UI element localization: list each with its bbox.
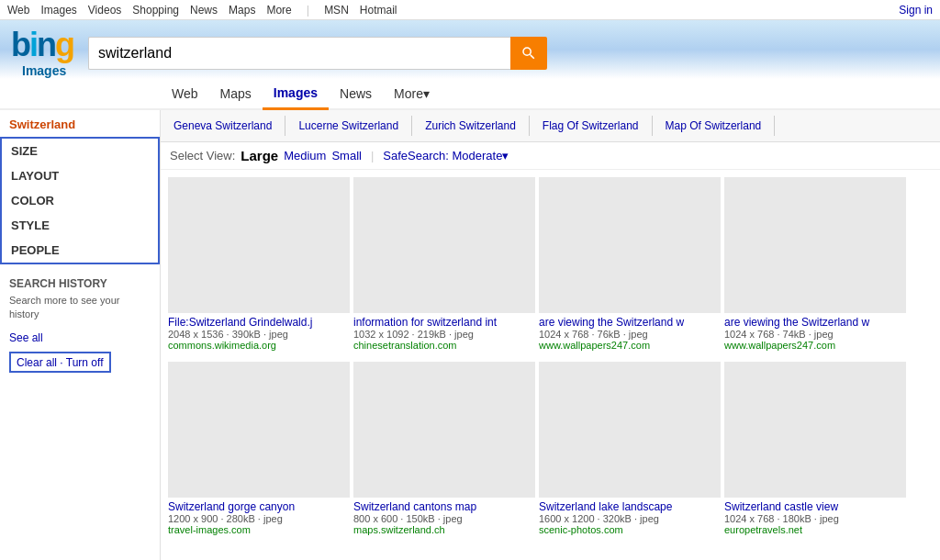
logo-letter-b: b bbox=[11, 26, 29, 63]
image-card-5[interactable]: Switzerland cantons map 800 x 600 · 150k… bbox=[353, 362, 535, 535]
image-title-3: are viewing the Switzerland w bbox=[724, 316, 906, 329]
image-title-7: Switzerland castle view bbox=[724, 500, 906, 513]
logo-letter-g: g bbox=[55, 26, 73, 63]
images-label: Images bbox=[11, 62, 66, 78]
image-thumbnail-2 bbox=[539, 177, 721, 313]
filter-layout[interactable]: LAYOUT bbox=[2, 163, 158, 188]
top-nav-links: Web Images Videos Shopping News Maps Mor… bbox=[7, 3, 397, 17]
topnav-maps[interactable]: Maps bbox=[229, 4, 255, 17]
filter-people[interactable]: PEOPLE bbox=[2, 238, 158, 263]
image-source-2: www.wallpapers247.com bbox=[539, 340, 721, 351]
topnav-msn[interactable]: MSN bbox=[324, 4, 349, 17]
search-history-desc: Search more to see your history bbox=[9, 294, 151, 322]
safesearch-link[interactable]: SafeSearch: Moderate▾ bbox=[383, 149, 509, 162]
image-meta-7: 1024 x 768 · 180kB · jpeg bbox=[724, 513, 906, 524]
image-meta-4: 1200 x 900 · 280kB · jpeg bbox=[168, 513, 350, 524]
image-title-6: Switzerland lake landscape bbox=[539, 500, 721, 513]
image-meta-1: 1032 x 1092 · 219kB · jpeg bbox=[353, 329, 535, 340]
view-medium[interactable]: Medium bbox=[284, 149, 326, 162]
second-nav: Web Maps Images News More▾ bbox=[0, 79, 940, 110]
image-meta-3: 1024 x 768 · 74kB · jpeg bbox=[724, 329, 906, 340]
search-icon bbox=[520, 45, 537, 62]
view-label: Select View: bbox=[170, 149, 235, 162]
image-card-6[interactable]: Switzerland lake landscape 1600 x 1200 ·… bbox=[539, 362, 721, 535]
image-thumbnail-4 bbox=[168, 362, 350, 498]
image-card-1[interactable]: information for switzerland int 1032 x 1… bbox=[353, 177, 535, 351]
related-geneva[interactable]: Geneva Switzerland bbox=[170, 116, 285, 136]
related-flag[interactable]: Flag Of Switzerland bbox=[530, 116, 653, 136]
related-zurich[interactable]: Zurich Switzerland bbox=[412, 116, 530, 136]
image-grid: File:Switzerland Grindelwald.j 2048 x 15… bbox=[161, 170, 940, 550]
related-lucerne[interactable]: Lucerne Switzerland bbox=[285, 116, 412, 136]
secondnav-maps[interactable]: Maps bbox=[209, 79, 263, 108]
content-pane: Geneva Switzerland Lucerne Switzerland Z… bbox=[161, 110, 940, 560]
image-source-5: maps.switzerland.ch bbox=[353, 524, 535, 535]
logo-letter-i: i bbox=[29, 26, 37, 63]
sidebar-search-term[interactable]: Switzerland bbox=[0, 110, 160, 137]
image-title-0: File:Switzerland Grindelwald.j bbox=[168, 316, 350, 329]
view-small[interactable]: Small bbox=[331, 149, 362, 162]
image-source-4: travel-images.com bbox=[168, 524, 350, 535]
secondnav-more[interactable]: More▾ bbox=[383, 79, 441, 108]
image-meta-0: 2048 x 1536 · 390kB · jpeg bbox=[168, 329, 350, 340]
related-map[interactable]: Map Of Switzerland bbox=[653, 116, 776, 136]
secondnav-images[interactable]: Images bbox=[263, 78, 329, 110]
image-title-2: are viewing the Switzerland w bbox=[539, 316, 721, 329]
sidebar: Switzerland SIZE LAYOUT COLOR STYLE PEOP… bbox=[0, 110, 161, 560]
image-title-1: information for switzerland int bbox=[353, 316, 535, 329]
filter-style[interactable]: STYLE bbox=[2, 213, 158, 238]
topnav-hotmail[interactable]: Hotmail bbox=[360, 4, 397, 17]
topnav-videos[interactable]: Videos bbox=[88, 4, 121, 17]
image-card-2[interactable]: are viewing the Switzerland w 1024 x 768… bbox=[539, 177, 721, 351]
header: bing Images bbox=[0, 20, 940, 79]
filter-color[interactable]: COLOR bbox=[2, 188, 158, 213]
topnav-web[interactable]: Web bbox=[7, 4, 29, 17]
search-history-section: SEARCH HISTORY Search more to see your h… bbox=[0, 272, 160, 328]
topnav-more[interactable]: More bbox=[266, 4, 291, 17]
image-card-7[interactable]: Switzerland castle view 1024 x 768 · 180… bbox=[724, 362, 906, 535]
image-source-7: europetravels.net bbox=[724, 524, 906, 535]
related-searches-bar: Geneva Switzerland Lucerne Switzerland Z… bbox=[161, 110, 940, 142]
image-thumbnail-3 bbox=[724, 177, 906, 313]
image-source-6: scenic-photos.com bbox=[539, 524, 721, 535]
topnav-news[interactable]: News bbox=[190, 4, 218, 17]
view-sep: | bbox=[371, 149, 374, 162]
image-thumbnail-6 bbox=[539, 362, 721, 498]
view-large[interactable]: Large bbox=[241, 148, 278, 163]
image-source-1: chinesetranslation.com bbox=[353, 340, 535, 351]
logo-letter-n: n bbox=[37, 26, 55, 63]
top-nav-bar: Web Images Videos Shopping News Maps Mor… bbox=[0, 0, 940, 20]
image-card-3[interactable]: are viewing the Switzerland w 1024 x 768… bbox=[724, 177, 906, 351]
image-card-4[interactable]: Switzerland gorge canyon 1200 x 900 · 28… bbox=[168, 362, 350, 535]
see-all-link[interactable]: See all bbox=[0, 328, 160, 348]
search-input[interactable] bbox=[88, 37, 510, 70]
image-thumbnail-7 bbox=[724, 362, 906, 498]
secondnav-news[interactable]: News bbox=[329, 79, 383, 108]
clear-all-box: Clear all · Turn off bbox=[9, 352, 111, 373]
topnav-shopping[interactable]: Shopping bbox=[132, 4, 179, 17]
nav-divider: | bbox=[307, 3, 309, 17]
image-title-4: Switzerland gorge canyon bbox=[168, 500, 350, 513]
filter-box: SIZE LAYOUT COLOR STYLE PEOPLE bbox=[0, 137, 160, 264]
search-button[interactable] bbox=[510, 37, 547, 70]
image-meta-2: 1024 x 768 · 76kB · jpeg bbox=[539, 329, 721, 340]
image-meta-6: 1600 x 1200 · 320kB · jpeg bbox=[539, 513, 721, 524]
main-content: Switzerland SIZE LAYOUT COLOR STYLE PEOP… bbox=[0, 110, 940, 560]
image-thumbnail-0 bbox=[168, 177, 350, 313]
image-source-3: www.wallpapers247.com bbox=[724, 340, 906, 351]
view-controls: Select View: Large Medium Small | SafeSe… bbox=[161, 142, 940, 170]
filter-size[interactable]: SIZE bbox=[2, 139, 158, 163]
clear-all-link[interactable]: Clear all · Turn off bbox=[17, 356, 104, 369]
image-title-5: Switzerland cantons map bbox=[353, 500, 535, 513]
image-card-0[interactable]: File:Switzerland Grindelwald.j 2048 x 15… bbox=[168, 177, 350, 351]
image-thumbnail-5 bbox=[353, 362, 535, 498]
bing-logo: bing bbox=[11, 28, 73, 62]
image-meta-5: 800 x 600 · 150kB · jpeg bbox=[353, 513, 535, 524]
image-thumbnail-1 bbox=[353, 177, 535, 313]
sign-in-link[interactable]: Sign in bbox=[899, 4, 933, 17]
topnav-images[interactable]: Images bbox=[40, 4, 76, 17]
search-bar bbox=[88, 37, 547, 70]
secondnav-web[interactable]: Web bbox=[161, 79, 209, 108]
image-source-0: commons.wikimedia.org bbox=[168, 340, 350, 351]
search-history-title: SEARCH HISTORY bbox=[9, 277, 151, 290]
